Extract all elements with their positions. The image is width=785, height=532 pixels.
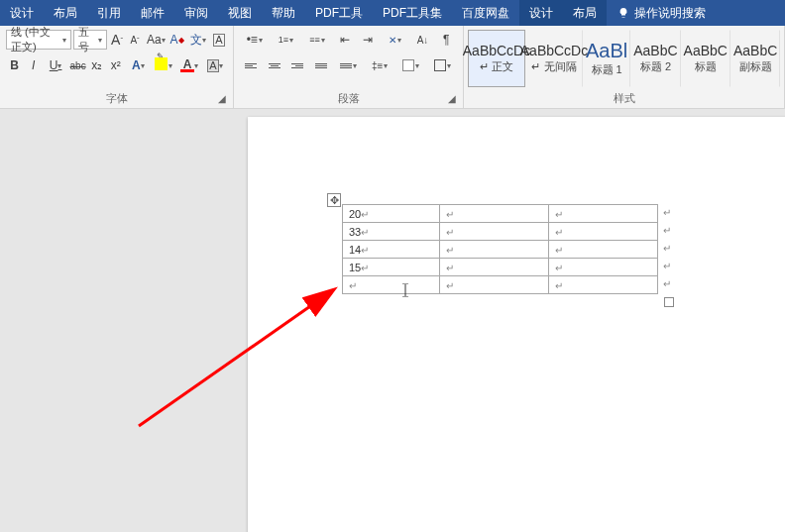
- underline-button[interactable]: U▾: [44, 55, 67, 75]
- table-cell[interactable]: ↵↵: [549, 276, 658, 294]
- char-border-button[interactable]: A: [211, 30, 227, 50]
- text-effects-button[interactable]: A▾: [126, 55, 150, 75]
- paragraph-dialog-launcher[interactable]: ◢: [445, 92, 459, 106]
- style-name: 标题 2: [640, 59, 671, 74]
- borders-button[interactable]: ▾: [427, 55, 457, 75]
- cell-mark-icon: ↵: [446, 209, 454, 220]
- table-row[interactable]: 33↵↵↵↵: [343, 223, 658, 241]
- table-cell[interactable]: ↵↵: [549, 259, 658, 276]
- align-left-button[interactable]: [240, 55, 262, 75]
- style-tile-4[interactable]: AaBbC标题: [681, 30, 730, 87]
- style-name: 副标题: [739, 59, 772, 74]
- phonetic-guide-button[interactable]: 文▾: [187, 30, 209, 50]
- grow-font-button[interactable]: Aˆ: [109, 30, 125, 50]
- table-cell[interactable]: ↵: [343, 276, 440, 294]
- style-tile-5[interactable]: AaBbC副标题: [730, 30, 780, 87]
- show-marks-button[interactable]: ¶: [435, 30, 457, 50]
- tab-help[interactable]: 帮助: [262, 0, 305, 26]
- table-row[interactable]: 20↵↵↵↵: [343, 205, 658, 223]
- ribbon: 线 (中文正文) ▾ 五号 ▾ Aˆ Aˇ Aa▾ A◆ 文▾ A B I U▾…: [0, 26, 785, 109]
- table-resize-handle[interactable]: [664, 297, 674, 307]
- italic-button[interactable]: I: [25, 55, 42, 75]
- group-font: 线 (中文正文) ▾ 五号 ▾ Aˆ Aˇ Aa▾ A◆ 文▾ A B I U▾…: [0, 26, 234, 108]
- tell-me-search[interactable]: 操作说明搜索: [607, 0, 716, 26]
- table-row[interactable]: 15↵↵↵↵: [343, 259, 658, 276]
- multilevel-button[interactable]: ≡≡▾: [302, 30, 332, 50]
- cell-text: 15: [349, 262, 361, 273]
- clear-format-button[interactable]: A◆: [169, 30, 185, 50]
- chevron-down-icon: ▾: [98, 36, 102, 45]
- tab-pdftools[interactable]: PDF工具: [305, 0, 373, 26]
- table-cell[interactable]: 33↵: [343, 223, 440, 241]
- table-row[interactable]: 14↵↵↵↵: [343, 241, 658, 259]
- tab-mailings[interactable]: 邮件: [131, 0, 174, 26]
- cell-mark-icon: ↵: [555, 227, 563, 238]
- subscript-button[interactable]: x₂: [88, 55, 105, 75]
- tab-baidu[interactable]: 百度网盘: [452, 0, 519, 26]
- font-size-combo[interactable]: 五号 ▾: [73, 30, 107, 50]
- tab-layout-1[interactable]: 布局: [44, 0, 87, 26]
- tab-view[interactable]: 视图: [218, 0, 262, 26]
- table-cell[interactable]: ↵: [440, 276, 549, 294]
- word-table[interactable]: 20↵↵↵↵33↵↵↵↵14↵↵↵↵15↵↵↵↵↵↵↵↵: [342, 204, 658, 294]
- table-cell[interactable]: ↵: [440, 241, 549, 259]
- table-cell[interactable]: ↵↵: [549, 241, 658, 259]
- justify-button[interactable]: [310, 55, 332, 75]
- table-cell[interactable]: 15↵: [343, 259, 440, 276]
- distribute-button[interactable]: ▾: [334, 55, 364, 75]
- ribbon-tab-strip: 设计 布局 引用 邮件 审阅 视图 帮助 PDF工具 PDF工具集 百度网盘 设…: [0, 0, 785, 26]
- style-tile-0[interactable]: AaBbCcDc↵ 正文: [468, 30, 525, 87]
- tab-table-layout[interactable]: 布局: [563, 0, 607, 26]
- tab-references[interactable]: 引用: [87, 0, 131, 26]
- tab-pdftoolset[interactable]: PDF工具集: [373, 0, 452, 26]
- style-tile-1[interactable]: AaBbCcDc↵ 无间隔: [525, 30, 583, 87]
- font-name-combo[interactable]: 线 (中文正文) ▾: [6, 30, 71, 50]
- align-right-button[interactable]: [286, 55, 308, 75]
- style-name: ↵ 无间隔: [531, 59, 576, 74]
- char-shading-button[interactable]: A▾: [203, 55, 227, 75]
- bold-button[interactable]: B: [6, 55, 23, 75]
- style-sample: AaBbC: [733, 44, 777, 57]
- tab-table-design[interactable]: 设计: [519, 0, 563, 26]
- table-cell[interactable]: ↵↵: [549, 205, 658, 223]
- style-tile-2[interactable]: AaBl标题 1: [583, 30, 630, 87]
- shading-button[interactable]: ▾: [396, 55, 426, 75]
- tab-review[interactable]: 审阅: [174, 0, 218, 26]
- table-row[interactable]: ↵↵↵↵: [343, 276, 658, 294]
- table-move-handle[interactable]: ✥: [327, 193, 341, 207]
- cell-mark-icon: ↵: [555, 280, 563, 291]
- cell-mark-icon: ↵: [555, 245, 563, 256]
- change-case-button[interactable]: Aa▾: [145, 30, 167, 50]
- cell-mark-icon: ↵: [361, 209, 369, 220]
- style-tile-3[interactable]: AaBbC标题 2: [630, 30, 680, 87]
- page[interactable]: ✥ 20↵↵↵↵33↵↵↵↵14↵↵↵↵15↵↵↵↵↵↵↵↵: [248, 117, 785, 532]
- tab-design-1[interactable]: 设计: [0, 0, 44, 26]
- cell-mark-icon: ↵: [361, 245, 369, 256]
- sort-button[interactable]: A↓: [412, 30, 434, 50]
- superscript-button[interactable]: x²: [107, 55, 124, 75]
- increase-indent-button[interactable]: ⇥: [357, 30, 379, 50]
- line-spacing-button[interactable]: ‡≡▾: [365, 55, 394, 75]
- highlight-button[interactable]: ✎ ▾: [152, 55, 175, 75]
- font-dialog-launcher[interactable]: ◢: [215, 92, 229, 106]
- table-cell[interactable]: ↵: [440, 259, 549, 276]
- decrease-indent-button[interactable]: ⇤: [334, 30, 356, 50]
- style-name: 标题: [695, 59, 717, 74]
- align-center-button[interactable]: [264, 55, 285, 75]
- shrink-font-button[interactable]: Aˇ: [127, 30, 143, 50]
- table-cell[interactable]: 14↵: [343, 241, 440, 259]
- cell-text: 33: [349, 226, 361, 238]
- table-cell[interactable]: ↵: [440, 205, 549, 223]
- cell-mark-icon: ↵: [555, 263, 563, 273]
- numbering-button[interactable]: 1≡▾: [272, 30, 301, 50]
- table-cell[interactable]: ↵↵: [549, 223, 658, 241]
- cell-mark-icon: ↵: [349, 280, 357, 291]
- table-cell[interactable]: 20↵: [343, 205, 440, 223]
- bullets-button[interactable]: •≡▾: [240, 30, 270, 50]
- row-end-mark-icon: ↵: [663, 243, 671, 254]
- asian-layout-button[interactable]: ✕▾: [381, 30, 410, 50]
- strike-button[interactable]: abc: [69, 55, 86, 75]
- table-cell[interactable]: ↵: [440, 223, 549, 241]
- text-cursor-icon: [400, 283, 410, 297]
- font-color-button[interactable]: A ▾: [177, 55, 201, 75]
